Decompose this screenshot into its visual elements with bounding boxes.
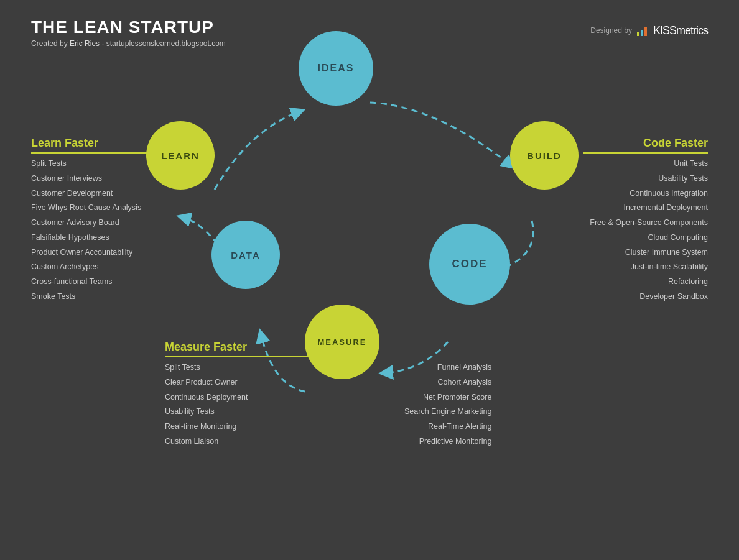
list-item: Cloud Computing (590, 231, 708, 246)
list-item: Refactoring (590, 275, 708, 290)
list-item: Continuous Deployment (165, 390, 248, 405)
svg-rect-1 (641, 30, 643, 36)
page-title: THE LEAN STARTUP (31, 17, 226, 37)
code-circle: CODE (429, 224, 510, 305)
list-item: Customer Advisory Board (31, 216, 141, 231)
list-item: Incremental Deployment (590, 201, 708, 216)
list-item: Customer Interviews (31, 172, 141, 186)
code-faster-list: Unit Tests Usability Tests Continuous In… (590, 157, 708, 305)
data-circle: DATA (211, 221, 280, 289)
list-item: Clear Product Owner (165, 375, 248, 390)
measure-faster-list-left: Split Tests Clear Product Owner Continuo… (165, 360, 248, 449)
list-item: Funnel Analysis (404, 360, 491, 375)
ideas-circle: IDEAS (299, 31, 373, 106)
list-item: Just-in-time Scalability (590, 260, 708, 275)
list-item: Smoke Tests (31, 290, 141, 305)
measure-faster-list-right: Funnel Analysis Cohort Analysis Net Prom… (404, 360, 491, 449)
list-item: Developer Sandbox (590, 290, 708, 305)
page-subtitle: Created by Eric Ries - startuplessonslea… (31, 39, 226, 48)
list-item: Net Promoter Score (404, 390, 491, 405)
learn-faster-title: Learn Faster (31, 137, 149, 154)
measure-faster-title: Measure Faster (165, 341, 308, 357)
list-item: Split Tests (31, 157, 141, 172)
list-item: Real-Time Alerting (404, 420, 491, 434)
list-item: Usability Tests (165, 405, 248, 420)
list-item: Five Whys Root Cause Analysis (31, 201, 141, 216)
learn-circle: LEARN (146, 121, 215, 190)
list-item: Predictive Monitoring (404, 434, 491, 449)
list-item: Real-time Monitoring (165, 420, 248, 434)
main-container: THE LEAN STARTUP Created by Eric Ries - … (0, 0, 739, 560)
svg-rect-0 (637, 32, 639, 36)
code-faster-title: Code Faster (583, 137, 708, 154)
list-item: Usability Tests (590, 172, 708, 186)
build-circle: BUILD (510, 121, 579, 190)
list-item: Continuous Integration (590, 186, 708, 201)
list-item: Search Engine Marketing (404, 405, 491, 420)
kissmetrics-text: KISSmetrics (653, 24, 708, 37)
list-item: Product Owner Accountability (31, 246, 141, 260)
list-item: Cluster Immune System (590, 246, 708, 260)
list-item: Cohort Analysis (404, 375, 491, 390)
list-item: Customer Development (31, 186, 141, 201)
measure-circle: MEASURE (305, 305, 379, 379)
list-item: Cross-functional Teams (31, 275, 141, 290)
list-item: Free & Open-Source Components (590, 216, 708, 231)
header: THE LEAN STARTUP Created by Eric Ries - … (31, 17, 226, 48)
list-item: Custom Archetypes (31, 260, 141, 275)
svg-rect-2 (644, 27, 647, 36)
list-item: Unit Tests (590, 157, 708, 172)
list-item: Falsifiable Hypotheses (31, 231, 141, 246)
designed-by-label: Designed by (590, 26, 632, 35)
list-item: Custom Liaison (165, 434, 248, 449)
kissmetrics-icon (636, 24, 649, 37)
list-item: Split Tests (165, 360, 248, 375)
learn-faster-list: Split Tests Customer Interviews Customer… (31, 157, 141, 305)
kissmetrics-logo-area: Designed by KISSmetrics (590, 24, 708, 37)
